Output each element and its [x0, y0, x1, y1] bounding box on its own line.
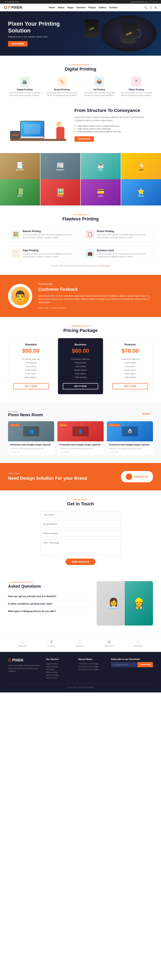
news-card-3: 🖨️ MARKETING Fermentum metu fringilla se… — [107, 421, 153, 455]
phone-input[interactable] — [40, 530, 121, 537]
nav-services[interactable]: Services — [76, 6, 85, 9]
nav-icons: 🔍 🛒 ☰ — [144, 6, 157, 9]
cta-label: Online Support — [8, 472, 87, 474]
faq-section: — Common Questions — Asked Questions How… — [0, 573, 161, 633]
nav-home[interactable]: Home — [49, 6, 55, 9]
news-desc-1: Fermentum metu fringilla semper, placera… — [10, 447, 52, 450]
submit-button[interactable]: SEND MESSAGE — [66, 558, 96, 565]
dp-name-3: 3d Printing — [82, 88, 116, 91]
footer-recent-1[interactable]: Fermentum metu fringilla — [79, 662, 107, 665]
cta-contact-button[interactable]: ✉ CONTACT US — [121, 471, 153, 482]
nav-contact[interactable]: Contact — [109, 6, 117, 9]
hero-cta-button[interactable]: READ MORE — [8, 41, 28, 46]
partner-name-2: ALINYA — [47, 645, 55, 647]
name-input[interactable] — [40, 511, 121, 518]
footer-service-3[interactable]: 3d Printing — [46, 668, 74, 671]
structure-list-item-3: Pages with affiliate content without suf… — [74, 130, 153, 133]
news-img-2: 👤 DESIGN — [57, 421, 103, 441]
email-input[interactable] — [40, 521, 121, 528]
dp-desc-2: Lorem ipsum dolor sit amet consectetur e… — [45, 92, 79, 97]
structure-list: Pages without usable content or without … — [74, 125, 153, 133]
services-label: — Our Services — — [8, 213, 153, 216]
price-card-premium: Premium $70.00 Consectetur adipiscing Pr… — [107, 338, 153, 395]
dp-icon-4: 🖱️ — [131, 76, 142, 87]
footer-service-5[interactable]: Banner Printing — [46, 674, 74, 676]
gallery-item-7[interactable]: 💳 Card — [81, 179, 121, 205]
footer-newsletter-col: Subscribe to our Newsletter SUBSCRIBE — [111, 658, 153, 679]
twitter-icon[interactable]: t — [152, 1, 152, 3]
search-icon[interactable]: 🔍 — [144, 6, 147, 9]
structure-desc: Lorem ipsum dolor sit amet consectetur a… — [74, 116, 153, 122]
footer-recent-2[interactable]: Fermentum metu fringilla — [79, 665, 107, 668]
facebook-icon[interactable]: f — [150, 1, 151, 3]
partner-icon-2: ◈ — [47, 639, 55, 644]
service-card-3: 📄 Flyer Printing Lorem ipsum dolor sit a… — [8, 246, 79, 261]
faq-question-3[interactable]: What types of Shipping Service do you of… — [8, 610, 90, 612]
newsletter-input[interactable] — [111, 662, 137, 667]
footer-service-1[interactable]: Digital Printing — [46, 662, 74, 665]
nav-about[interactable]: About — [58, 6, 65, 9]
testimonials-section: 👨 Testimonials Customer Feeback Lorem ip… — [0, 275, 161, 317]
newsletter-form: SUBSCRIBE — [111, 662, 153, 667]
service-name-2: Poster Printing — [97, 230, 150, 233]
gallery-item-5[interactable]: 📗 Book — [0, 179, 40, 205]
testimonial-avatar: 👨 — [8, 284, 32, 308]
footer-about: ⬡ PIXEN Lorem ipsum dolor sit amet conse… — [8, 658, 42, 679]
news-title: Pixen News Room — [8, 412, 43, 417]
instagram-icon[interactable]: in — [153, 1, 155, 3]
hero-text: Pixen Your Printing Solution Magnificenc… — [8, 21, 73, 46]
nav-gallery[interactable]: Gallery — [99, 6, 106, 9]
cart-icon[interactable]: 🛒 — [149, 6, 153, 9]
message-textarea[interactable] — [40, 539, 121, 555]
form-message-field — [40, 539, 121, 556]
news-badge-3: MARKETING — [109, 424, 120, 426]
dp-item-4: 🖱️ Offset Printing Lorem ipsum dolor sit… — [120, 76, 153, 97]
testimonial-title: Customer Feeback — [38, 287, 153, 292]
faq-item-3: What types of Shipping Service do you of… — [8, 608, 90, 615]
pricing-title: Pricing Package — [8, 328, 153, 333]
footer-service-6[interactable]: Flyer Printing — [46, 676, 74, 679]
menu-icon[interactable]: ☰ — [155, 6, 157, 9]
gallery-item-3[interactable]: ☕ Mug — [81, 153, 121, 179]
price-cta-3[interactable]: BUY IT NOW — [112, 383, 148, 390]
news-img-1: 👥 PRINTING — [8, 421, 54, 441]
partner-4: ◉ MENDEZ — [105, 639, 114, 647]
all-news-link[interactable]: All News → — [142, 413, 153, 415]
news-card-2: 👤 DESIGN Fermentum metu fringilla semper… — [57, 421, 103, 455]
news-header: Pixen News Pixen News Room All News → — [8, 410, 153, 417]
top-email[interactable]: support@domain.com — [131, 1, 148, 3]
dp-icon-3: 📦 — [94, 76, 104, 87]
footer-service-4[interactable]: Offset Printing — [46, 671, 74, 674]
price-amount-2: $60.00 — [63, 348, 98, 354]
gallery-item-1[interactable]: 📑 Brochure — [0, 153, 40, 179]
faq-question-2[interactable]: Is white considered a printing color cod… — [8, 603, 90, 605]
price-cta-2[interactable]: BUY IT NOW — [63, 383, 98, 390]
newsletter-submit-button[interactable]: SUBSCRIBE — [137, 662, 153, 667]
price-card-standard: Standard $50.00 Consectetur adipiscing P… — [8, 338, 54, 395]
gallery-item-6[interactable]: 🖼️ Poster — [41, 179, 80, 205]
footer-recent-3[interactable]: Fermentum metu fringilla — [79, 668, 107, 671]
structure-list-item-2: Pages whose content is thin or duplicate… — [74, 127, 153, 130]
service-name-1: Banner Printing — [23, 230, 76, 233]
hero-sub: Magnificence in the realistic interior v… — [8, 35, 73, 38]
top-bar: +1 (123) 456-4520 support@domain.com f t… — [0, 0, 161, 4]
price-card-business: Business $60.00 Consectetur adipiscing P… — [58, 338, 103, 395]
faq-question-1[interactable]: How can I get my print job once it is fi… — [8, 595, 90, 598]
services-note-link[interactable]: service page — [99, 265, 110, 267]
site-logo[interactable]: ⬡ PPIXEN — [4, 5, 22, 10]
partner-5: ◇ MENDEZ — [134, 639, 143, 647]
nav-project[interactable]: Project — [88, 6, 96, 9]
gallery-item-4[interactable]: 🏷️ Label — [121, 153, 161, 179]
structure-read-more-button[interactable]: READ MORE — [74, 136, 94, 142]
testimonial-text: Lorem ipsum dolor sit amet consectetur a… — [38, 294, 153, 304]
faq-label: — Common Questions — — [8, 581, 90, 583]
linkedin-icon[interactable]: li — [156, 1, 157, 3]
price-cta-1[interactable]: BUY IT NOW — [13, 383, 49, 390]
dp-desc-3: Lorem ipsum dolor sit amet consectetur e… — [82, 92, 116, 97]
gallery-item-8[interactable]: ⭐ Sticker — [121, 179, 161, 205]
gallery-item-2[interactable]: 📰 Magazine — [41, 153, 80, 179]
footer-service-2[interactable]: Brand Printing — [46, 665, 74, 668]
nav-pages[interactable]: Pages — [67, 6, 74, 9]
price-plan-1: Standard — [13, 343, 49, 346]
price-amount-1: $50.00 — [13, 348, 49, 354]
